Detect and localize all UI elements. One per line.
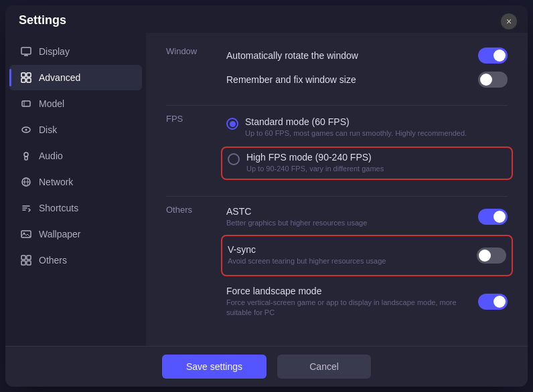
fps-section-label: FPS xyxy=(166,111,213,183)
svg-rect-12 xyxy=(25,157,27,160)
astc-desc: Better graphics but higher resources usa… xyxy=(226,218,478,228)
audio-icon xyxy=(20,150,32,162)
sidebar-item-display[interactable]: Display xyxy=(9,39,142,64)
svg-point-11 xyxy=(24,153,28,157)
auto-rotate-row: Automatically rotate the window xyxy=(226,43,508,68)
sidebar-item-wallpaper[interactable]: Wallpaper xyxy=(9,221,142,247)
fps-section: FPS Standard mode (60 FPS) Up to 60 FPS,… xyxy=(166,111,508,183)
vsync-desc: Avoid screen tearing but higher resource… xyxy=(228,256,477,266)
others-icon xyxy=(20,254,32,266)
force-landscape-title: Force landscape mode xyxy=(226,286,478,296)
svg-rect-4 xyxy=(27,73,31,77)
save-button[interactable]: Save settings xyxy=(162,355,266,379)
remember-size-toggle[interactable] xyxy=(478,72,508,88)
svg-rect-19 xyxy=(27,256,31,260)
remember-size-info: Remember and fix window size xyxy=(226,74,478,85)
auto-rotate-title: Automatically rotate the window xyxy=(226,50,478,61)
window-section-content: Automatically rotate the window Remember… xyxy=(226,43,508,92)
window-section: Window Automatically rotate the window xyxy=(166,43,508,92)
svg-rect-0 xyxy=(21,47,31,54)
astc-toggle[interactable] xyxy=(478,209,508,225)
astc-row: ASTC Better graphics but higher resource… xyxy=(226,202,508,232)
standard-fps-title: Standard mode (60 FPS) xyxy=(245,116,508,127)
sidebar-item-model[interactable]: Model xyxy=(9,91,142,116)
sidebar-label-advanced: Advanced xyxy=(39,72,80,83)
vsync-title: V-sync xyxy=(228,244,477,255)
sidebar-label-disk: Disk xyxy=(39,124,57,135)
astc-info: ASTC Better graphics but higher resource… xyxy=(226,206,478,228)
high-fps-info: High FPS mode (90-240 FPS) Up to 90-240 … xyxy=(246,152,506,174)
cancel-button[interactable]: Cancel xyxy=(277,355,371,379)
sidebar-label-audio: Audio xyxy=(39,151,63,161)
modal-header: Settings × xyxy=(5,5,528,33)
svg-rect-3 xyxy=(21,73,25,77)
sidebar-label-wallpaper: Wallpaper xyxy=(39,229,81,239)
auto-rotate-info: Automatically rotate the window xyxy=(226,50,478,61)
sidebar-item-shortcuts[interactable]: Shortcuts xyxy=(9,195,142,221)
astc-title: ASTC xyxy=(226,206,478,217)
modal-footer: Save settings Cancel xyxy=(5,346,528,387)
svg-rect-6 xyxy=(27,78,31,82)
sidebar-label-shortcuts: Shortcuts xyxy=(39,203,78,213)
close-button[interactable]: × xyxy=(501,13,517,29)
modal-body: Display Advanced xyxy=(5,33,528,346)
high-fps-radio[interactable] xyxy=(228,153,240,165)
content-area: Window Automatically rotate the window xyxy=(146,33,528,346)
force-landscape-row: Force landscape mode Force vertical-scre… xyxy=(226,282,508,322)
network-icon xyxy=(20,176,32,188)
force-landscape-toggle[interactable] xyxy=(478,294,508,310)
svg-rect-5 xyxy=(21,78,25,82)
shortcuts-icon xyxy=(20,202,32,214)
sidebar-label-model: Model xyxy=(39,98,64,109)
vsync-row: V-sync Avoid screen tearing but higher r… xyxy=(228,240,506,270)
svg-rect-7 xyxy=(22,101,30,106)
others-section: Others ASTC Better graphics but higher r… xyxy=(166,202,508,322)
remember-size-title: Remember and fix window size xyxy=(226,74,478,85)
high-fps-option[interactable]: High FPS mode (90-240 FPS) Up to 90-240 … xyxy=(228,152,506,174)
sidebar-item-network[interactable]: Network xyxy=(9,169,142,195)
vsync-info: V-sync Avoid screen tearing but higher r… xyxy=(228,244,477,266)
sidebar-label-others: Others xyxy=(39,255,67,266)
sidebar-item-disk[interactable]: Disk xyxy=(9,117,142,142)
divider-1 xyxy=(166,105,508,106)
settings-modal: Settings × Display xyxy=(5,5,528,387)
force-landscape-info: Force landscape mode Force vertical-scre… xyxy=(226,286,478,318)
svg-point-10 xyxy=(25,129,27,131)
model-icon xyxy=(20,98,32,110)
sidebar-label-network: Network xyxy=(39,177,73,187)
display-icon xyxy=(20,45,32,58)
vsync-highlight: V-sync Avoid screen tearing but higher r… xyxy=(221,235,513,276)
standard-fps-option[interactable]: Standard mode (60 FPS) Up to 60 FPS, mos… xyxy=(226,111,508,144)
advanced-icon xyxy=(20,72,32,84)
modal-title: Settings xyxy=(19,13,66,27)
high-fps-title: High FPS mode (90-240 FPS) xyxy=(246,152,506,163)
remember-size-row: Remember and fix window size xyxy=(226,68,508,92)
svg-rect-20 xyxy=(21,261,25,265)
high-fps-highlight: High FPS mode (90-240 FPS) Up to 90-240 … xyxy=(221,146,513,179)
others-section-content: ASTC Better graphics but higher resource… xyxy=(226,202,508,322)
others-section-label: Others xyxy=(166,202,213,322)
high-fps-desc: Up to 90-240 FPS, vary in different game… xyxy=(246,164,506,174)
svg-rect-21 xyxy=(27,261,31,265)
force-landscape-desc: Force vertical-screen game or app to dis… xyxy=(226,298,478,318)
auto-rotate-toggle[interactable] xyxy=(478,47,508,64)
wallpaper-icon xyxy=(20,228,32,240)
close-icon: × xyxy=(506,16,512,27)
sidebar: Display Advanced xyxy=(5,33,146,346)
sidebar-label-display: Display xyxy=(39,46,70,57)
sidebar-item-advanced[interactable]: Advanced xyxy=(9,65,142,90)
fps-section-content: Standard mode (60 FPS) Up to 60 FPS, mos… xyxy=(226,111,508,183)
vsync-toggle[interactable] xyxy=(477,248,506,264)
divider-2 xyxy=(166,196,508,197)
standard-fps-info: Standard mode (60 FPS) Up to 60 FPS, mos… xyxy=(245,116,508,138)
svg-rect-18 xyxy=(21,256,25,260)
standard-fps-radio[interactable] xyxy=(226,118,238,130)
sidebar-item-audio[interactable]: Audio xyxy=(9,143,142,169)
sidebar-item-others[interactable]: Others xyxy=(9,248,142,273)
standard-fps-desc: Up to 60 FPS, most games can run smoothl… xyxy=(245,128,508,138)
window-section-label: Window xyxy=(166,43,213,92)
disk-icon xyxy=(20,124,32,136)
